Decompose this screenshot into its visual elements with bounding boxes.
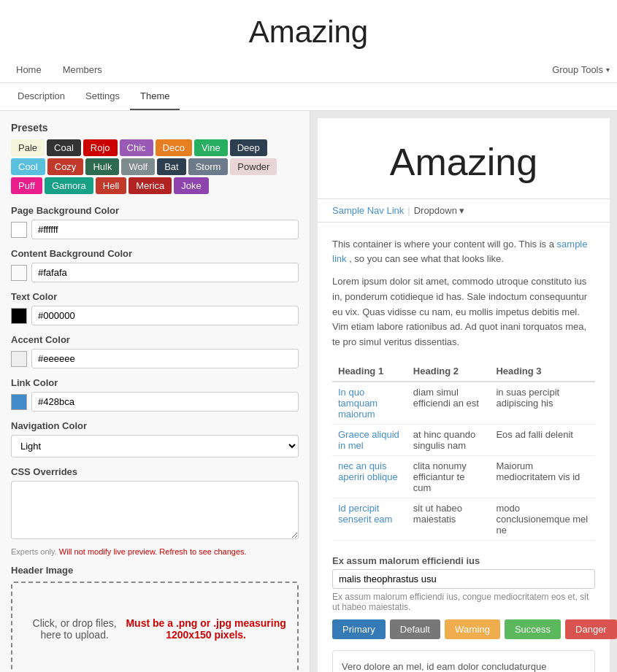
preset-btn-joke[interactable]: Joke <box>174 177 208 194</box>
preview-btn-success[interactable]: Success <box>505 619 561 639</box>
preview-buttons: PrimaryDefaultWarningSuccessDangerInfo <box>332 619 595 639</box>
top-nav: Home Members Group Tools ▾ <box>0 57 617 83</box>
preview-container-text-end: , so you can see what that looks like. <box>349 253 504 264</box>
header-image-label: Header Image <box>11 565 299 576</box>
preview-nav-dropdown-label: Dropdown <box>414 205 457 216</box>
presets-label: Presets <box>11 122 299 134</box>
preview-nav-dropdown[interactable]: Dropdown ▾ <box>414 205 464 216</box>
link-color-input[interactable] <box>31 392 299 412</box>
page-background-color-input[interactable] <box>31 220 299 239</box>
preview-card: Vero dolore an mel, id eam dolor conclud… <box>332 650 595 672</box>
preview-form-input[interactable] <box>332 569 595 589</box>
table-cell: in suas percipit adipiscing his <box>490 382 595 425</box>
main-layout: Presets PaleCoalRojoChicDecoVineDeepCool… <box>0 111 617 672</box>
table-cell: modo conclusionemque mel ne <box>490 498 595 540</box>
page-background-color-row: Page Background Color <box>11 205 299 239</box>
preset-btn-wolf[interactable]: Wolf <box>121 158 155 175</box>
table-link[interactable]: nec an quis aperiri oblique <box>338 460 398 482</box>
preview-btn-default[interactable]: Default <box>390 619 440 639</box>
tab-description[interactable]: Description <box>7 83 75 110</box>
navigation-color-row: Navigation Color Light Dark <box>11 420 299 457</box>
table-cell: Graece aliquid in mel <box>332 424 407 455</box>
experts-note-warning: Will not modify live preview. Refresh to… <box>59 547 247 556</box>
preset-btn-merica[interactable]: Merica <box>129 177 172 194</box>
preset-btn-bat[interactable]: Bat <box>157 158 186 175</box>
preview-nav-separator: | <box>407 205 410 216</box>
preset-btn-cool[interactable]: Cool <box>11 158 45 175</box>
preset-btn-puff[interactable]: Puff <box>11 177 42 194</box>
accent-color-input[interactable] <box>31 349 299 368</box>
preset-btn-storm[interactable]: Storm <box>188 158 229 175</box>
accent-color-swatch[interactable] <box>11 351 27 367</box>
tab-settings[interactable]: Settings <box>75 83 130 110</box>
table-cell: nec an quis aperiri oblique <box>332 455 407 498</box>
preview-form-group: Ex assum malorum efficiendi ius Ex assum… <box>332 555 595 612</box>
nav-members[interactable]: Members <box>54 57 111 82</box>
content-background-color-input[interactable] <box>31 263 299 282</box>
preview-nav-link[interactable]: Sample Nav Link <box>332 205 404 216</box>
css-overrides-label: CSS Overrides <box>11 466 299 477</box>
group-tools-label: Group Tools <box>552 64 603 75</box>
preset-btn-powder[interactable]: Powder <box>230 158 277 175</box>
header-upload-box[interactable]: Click, or drop files, here to upload. Mu… <box>11 582 299 672</box>
page-background-color-swatch[interactable] <box>11 222 27 238</box>
preview-table-header-row: Heading 1 Heading 2 Heading 3 <box>332 361 595 382</box>
table-link[interactable]: Id percipit senserit eam <box>338 503 392 525</box>
page-background-color-input-row <box>11 220 299 239</box>
table-cell: diam simul efficiendi an est <box>407 382 491 425</box>
preview-dropdown-chevron-icon: ▾ <box>459 205 464 216</box>
preview-btn-primary[interactable]: Primary <box>332 619 386 639</box>
text-color-row: Text Color <box>11 291 299 325</box>
preset-btn-deco[interactable]: Deco <box>156 139 192 156</box>
preview-table-header-3: Heading 3 <box>490 361 595 382</box>
preview-title: Amazing <box>318 118 610 199</box>
preview-form-help: Ex assum malorum efficiendi ius, congue … <box>332 592 595 612</box>
tab-theme[interactable]: Theme <box>130 83 180 110</box>
right-panel: Amazing Sample Nav Link | Dropdown ▾ Thi… <box>310 111 617 672</box>
link-color-label: Link Color <box>11 377 299 388</box>
preview-container-text: This container is where your content wil… <box>332 237 595 266</box>
navigation-color-select[interactable]: Light Dark <box>11 435 299 457</box>
preset-btn-hell[interactable]: Hell <box>96 177 126 194</box>
preset-btn-coal[interactable]: Coal <box>47 139 81 156</box>
text-color-input-row <box>11 306 299 325</box>
preview-btn-danger[interactable]: Danger <box>565 619 617 639</box>
preview-form-label: Ex assum malorum efficiendi ius <box>332 555 595 566</box>
accent-color-input-row <box>11 349 299 368</box>
nav-group-tools[interactable]: Group Tools ▾ <box>552 64 610 75</box>
preview-lorem: Lorem ipsum dolor sit amet, commodo utro… <box>332 274 595 350</box>
sub-nav: Description Settings Theme <box>0 83 617 111</box>
text-color-swatch[interactable] <box>11 308 27 324</box>
content-background-color-input-row <box>11 263 299 282</box>
page-title: Amazing <box>0 0 617 57</box>
preset-btn-chic[interactable]: Chic <box>120 139 153 156</box>
table-link[interactable]: In quo tamquam maiorum <box>338 387 378 420</box>
preview-table-head: Heading 1 Heading 2 Heading 3 <box>332 361 595 382</box>
preset-btn-vine[interactable]: Vine <box>194 139 228 156</box>
text-color-input[interactable] <box>31 306 299 325</box>
preset-btn-deep[interactable]: Deep <box>230 139 267 156</box>
css-overrides-textarea[interactable] <box>11 481 299 539</box>
nav-home[interactable]: Home <box>7 57 50 82</box>
table-cell: Eos ad falli delenit <box>490 424 595 455</box>
presets-grid: PaleCoalRojoChicDecoVineDeepCoolCozyHulk… <box>11 139 299 194</box>
accent-color-label: Accent Color <box>11 334 299 345</box>
table-link[interactable]: Graece aliquid in mel <box>338 429 399 451</box>
preview-table-body: In quo tamquam maiorumdiam simul efficie… <box>332 382 595 541</box>
table-row: In quo tamquam maiorumdiam simul efficie… <box>332 382 595 425</box>
preview-btn-warning[interactable]: Warning <box>445 619 500 639</box>
upload-requirement: Must be a .png or .jpg measuring 1200x15… <box>126 617 286 641</box>
css-overrides-row: CSS Overrides <box>11 466 299 541</box>
preset-btn-cozy[interactable]: Cozy <box>47 158 84 175</box>
preset-btn-gamora[interactable]: Gamora <box>45 177 93 194</box>
table-cell: sit ut habeo maiestatis <box>407 498 491 540</box>
table-row: Id percipit senserit eamsit ut habeo mai… <box>332 498 595 540</box>
accent-color-row: Accent Color <box>11 334 299 368</box>
preset-btn-pale[interactable]: Pale <box>11 139 45 156</box>
preview-container-text-start: This container is where your content wil… <box>332 239 554 250</box>
content-background-color-swatch[interactable] <box>11 265 27 281</box>
link-color-swatch[interactable] <box>11 394 27 410</box>
preset-btn-hulk[interactable]: Hulk <box>85 158 119 175</box>
preset-btn-rojo[interactable]: Rojo <box>83 139 118 156</box>
table-cell: clita nonumy efficiantur te cum <box>407 455 491 498</box>
